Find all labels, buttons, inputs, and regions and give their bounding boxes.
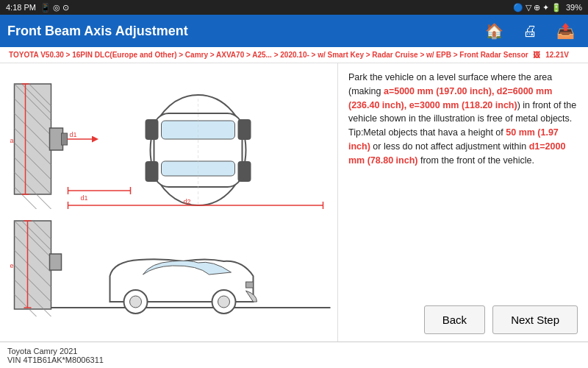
svg-point-49 — [130, 296, 142, 308]
footer: Toyota Camry 2021 VIN 4T1B61AK*M8006311 — [0, 342, 588, 368]
home-button[interactable]: 🏠 — [479, 19, 509, 43]
instruction-part4: from the front of the vehicle. — [417, 155, 534, 166]
svg-text:d1: d1 — [81, 194, 88, 202]
svg-rect-52 — [246, 282, 254, 288]
main-content: d1 d1 — [0, 63, 588, 342]
instruction-part3: or less do not affect adjustment within — [370, 141, 529, 152]
next-step-button[interactable]: Next Step — [492, 305, 578, 334]
svg-text:d1: d1 — [70, 131, 77, 138]
vehicle-model: Toyota Camry 2021 — [7, 347, 581, 355]
svg-text:d2: d2 — [184, 198, 191, 205]
page-title: Front Beam Axis Adjustment — [7, 24, 188, 39]
back-button[interactable]: Back — [424, 305, 485, 334]
svg-rect-23 — [238, 161, 251, 182]
header-actions: 🏠 🖨 📤 — [479, 19, 581, 43]
svg-text:e: e — [10, 262, 14, 269]
svg-rect-11 — [50, 128, 63, 150]
time-display: 4:18 PM — [6, 3, 36, 12]
breadcrumb: TOYOTA V50.30 > 16PIN DLC(Europe and Oth… — [0, 47, 588, 63]
status-bar-right: 🔵 ▽ ⊕ ✦ 🔋 39% — [513, 3, 582, 13]
voltage-display: 🖼 12.21V — [531, 51, 569, 59]
svg-text:a: a — [10, 137, 14, 144]
battery-level: 39% — [566, 3, 582, 12]
navigation-buttons: Back Next Step — [348, 298, 578, 334]
top-view-diagram: d1 d1 — [6, 69, 331, 209]
instruction-panel: Park the vehicle on a level surface wher… — [338, 63, 588, 342]
app-header: Front Beam Axis Adjustment 🏠 🖨 📤 — [0, 15, 588, 47]
svg-rect-12 — [62, 133, 68, 145]
svg-rect-21 — [238, 119, 251, 140]
diagram-panel: d1 d1 — [0, 63, 338, 342]
svg-rect-22 — [146, 161, 159, 182]
battery-icon: 🔵 ▽ ⊕ ✦ 🔋 — [513, 3, 562, 13]
status-bar-left: 4:18 PM 📱 ◎ ⊙ — [6, 3, 69, 13]
instruction-text: Park the vehicle on a level surface wher… — [348, 71, 578, 298]
print-button[interactable]: 🖨 — [517, 20, 543, 43]
side-view-diagram: e — [6, 213, 331, 324]
status-icons: 📱 ◎ ⊙ — [40, 3, 69, 13]
share-button[interactable]: 📤 — [551, 19, 581, 43]
breadcrumb-path: TOYOTA V50.30 > 16PIN DLC(Europe and Oth… — [9, 51, 528, 59]
svg-rect-46 — [50, 254, 62, 270]
status-bar: 4:18 PM 📱 ◎ ⊙ 🔵 ▽ ⊕ ✦ 🔋 39% — [0, 0, 588, 15]
svg-point-51 — [218, 296, 230, 308]
svg-rect-20 — [146, 119, 159, 140]
vehicle-vin: VIN 4T1B61AK*M8006311 — [7, 355, 581, 364]
